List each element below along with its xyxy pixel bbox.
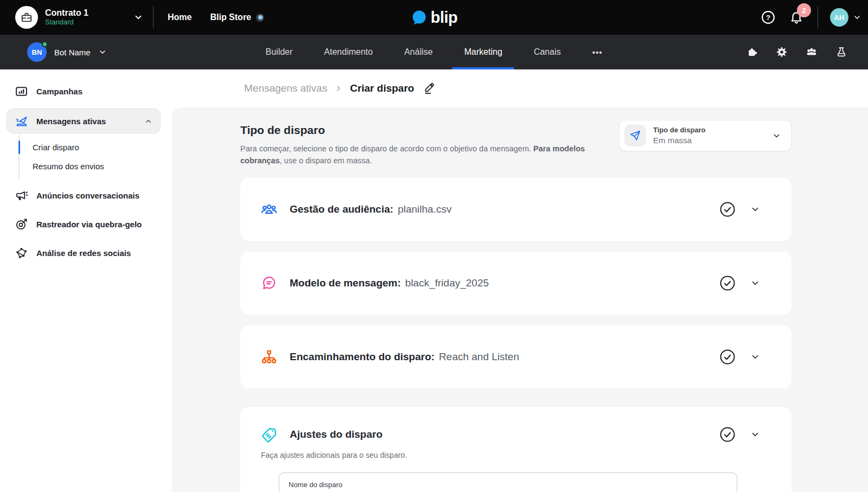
chevron-down-icon[interactable] xyxy=(750,430,760,439)
users-icon xyxy=(805,46,818,59)
sidebar-item-label: Anúncios conversacionais xyxy=(36,191,139,200)
tab-overflow[interactable]: ••• xyxy=(592,35,603,69)
trigger-type-label: Tipo de disparo xyxy=(653,126,706,135)
trigger-name-input-label: Nome do disparo xyxy=(289,481,342,489)
integrations-button[interactable] xyxy=(744,44,761,60)
sidebar-subnav: Criar disparo Resumo dos envios xyxy=(18,135,168,179)
trigger-name-input[interactable]: Nome do disparo xyxy=(279,472,737,492)
chevron-down-icon[interactable] xyxy=(750,278,760,288)
contract-name: Contrato 1 xyxy=(45,8,88,18)
top-bar-actions: ? 2 AH xyxy=(759,7,861,28)
gear-icon xyxy=(776,46,788,58)
module-tabs: Builder Atendimento Análise Marketing Ca… xyxy=(266,35,603,69)
step-card-audiencia[interactable]: Gestão de audiência: planilha.csv xyxy=(240,178,792,241)
sidebar-item-mensagens-ativas[interactable]: Mensagens ativas xyxy=(7,108,161,133)
check-circle-icon xyxy=(719,426,736,443)
settings-button[interactable] xyxy=(774,44,790,60)
chevron-down-icon[interactable] xyxy=(750,352,760,362)
chevron-up-icon xyxy=(144,117,152,125)
tab-builder[interactable]: Builder xyxy=(266,35,293,69)
trigger-type-value: Em massa xyxy=(653,135,706,146)
contract-plan: Standard xyxy=(45,18,88,27)
sidebar-item-resumo-dos-envios[interactable]: Resumo dos envios xyxy=(20,157,168,176)
svg-text:?: ? xyxy=(766,14,770,22)
breadcrumb-parent[interactable]: Mensagens ativas xyxy=(244,82,327,94)
megaphone-icon xyxy=(15,189,28,202)
chevron-right-icon xyxy=(334,84,343,93)
bot-bar: BN Bot Name Builder Atendimento Análise … xyxy=(0,35,868,69)
chevron-down-icon[interactable] xyxy=(750,205,760,214)
blip-bubble-icon xyxy=(411,9,428,26)
step-card-modelo[interactable]: Modelo de mensagem: black_friday_2025 xyxy=(240,252,792,315)
section-title: Tipo de disparo xyxy=(240,124,596,137)
chevron-down-icon xyxy=(98,48,107,56)
step-title: Ajustes do disparo xyxy=(290,429,382,440)
sidebar-item-rastreador[interactable]: Rastreador via quebra-gelo xyxy=(0,212,168,237)
sidebar-item-label: Rastreador via quebra-gelo xyxy=(36,220,142,229)
target-icon xyxy=(15,218,28,231)
sidebar-item-label: Análise de redes sociais xyxy=(36,248,131,258)
step-value: black_friday_2025 xyxy=(405,277,489,289)
check-circle-icon xyxy=(719,201,736,218)
bot-switcher[interactable]: BN Bot Name xyxy=(27,42,107,62)
bar-chart-icon xyxy=(15,85,28,98)
step-description: Faça ajustes adicionais para o seu dispa… xyxy=(261,451,760,459)
breadcrumb-current: Criar disparo xyxy=(350,82,414,94)
bot-avatar: BN xyxy=(27,42,47,62)
step-title: Modelo de mensagem: xyxy=(290,277,401,289)
step-title: Encaminhamento do disparo: xyxy=(290,351,435,363)
team-button[interactable] xyxy=(803,43,820,61)
step-title: Gestão de audiência: xyxy=(290,203,393,215)
top-bar: Contrato 1 Standard Home Blip Store blip… xyxy=(0,0,868,35)
pencil-icon[interactable] xyxy=(423,82,436,95)
tab-canais[interactable]: Canais xyxy=(534,35,561,69)
nav-home[interactable]: Home xyxy=(168,12,192,22)
step-header[interactable]: Ajustes do disparo xyxy=(261,426,760,443)
experiments-button[interactable] xyxy=(833,44,850,60)
check-circle-icon xyxy=(719,349,736,365)
section-description: Para começar, selecione o tipo de dispar… xyxy=(240,143,596,167)
notification-badge: 2 xyxy=(797,3,811,17)
step-value: planilha.csv xyxy=(398,203,451,215)
divider xyxy=(153,7,154,28)
step-card-encaminhamento[interactable]: Encaminhamento do disparo: Reach and Lis… xyxy=(240,325,792,388)
bot-bar-actions xyxy=(744,43,850,61)
step-card-ajustes: Ajustes do disparo Faça ajustes adiciona… xyxy=(240,407,792,492)
nav-blip-store[interactable]: Blip Store xyxy=(210,12,264,22)
divider xyxy=(818,7,818,28)
contract-switcher[interactable]: Contrato 1 Standard xyxy=(15,6,151,29)
blip-logo: blip xyxy=(411,9,458,27)
sidebar-item-criar-disparo[interactable]: Criar disparo xyxy=(20,138,168,157)
routing-icon xyxy=(261,349,277,365)
blip-logo-text: blip xyxy=(431,9,458,27)
sidebar-item-label: Mensagens ativas xyxy=(36,117,106,126)
sidebar: Campanhas Mensagens ativas Criar disparo… xyxy=(0,69,168,492)
step-value: Reach and Listen xyxy=(439,351,519,363)
trigger-type-select[interactable]: Tipo de disparo Em massa xyxy=(619,120,792,151)
breadcrumb: Mensagens ativas Criar disparo xyxy=(168,69,868,107)
bot-status-dot-icon xyxy=(42,41,48,47)
main-content: Mensagens ativas Criar disparo Tipo de d… xyxy=(168,69,868,492)
audience-icon xyxy=(261,201,277,218)
sidebar-item-campanhas[interactable]: Campanhas xyxy=(0,79,168,104)
chevron-down-icon xyxy=(133,12,143,22)
puzzle-icon xyxy=(746,46,758,58)
user-avatar: AH xyxy=(830,8,848,27)
tab-marketing[interactable]: Marketing xyxy=(464,35,502,69)
tag-icon xyxy=(261,426,277,443)
network-icon xyxy=(15,246,28,260)
message-template-icon xyxy=(261,275,277,291)
tab-analise[interactable]: Análise xyxy=(404,35,432,69)
sidebar-item-analise-redes[interactable]: Análise de redes sociais xyxy=(0,241,168,265)
sidebar-item-anuncios[interactable]: Anúncios conversacionais xyxy=(0,183,168,208)
message-launch-icon xyxy=(15,114,29,128)
help-button[interactable]: ? xyxy=(759,8,777,27)
paper-plane-icon xyxy=(624,125,646,146)
notifications-button[interactable]: 2 xyxy=(787,8,806,27)
tab-atendimento[interactable]: Atendimento xyxy=(324,35,373,69)
chevron-down-icon xyxy=(772,131,781,140)
store-status-dot-icon xyxy=(256,14,264,22)
user-menu[interactable]: AH xyxy=(830,8,861,27)
flask-icon xyxy=(835,46,847,58)
briefcase-icon xyxy=(15,6,38,29)
